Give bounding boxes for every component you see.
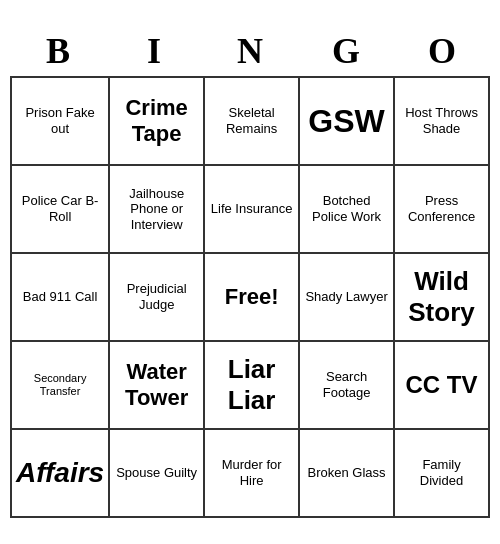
- header-letter-N: N: [202, 26, 298, 76]
- bingo-cell-24: Family Divided: [395, 430, 490, 518]
- cell-text-24: Family Divided: [399, 457, 484, 488]
- bingo-cell-18: Search Footage: [300, 342, 395, 430]
- cell-text-18: Search Footage: [304, 369, 389, 400]
- cell-text-4: Host Throws Shade: [399, 105, 484, 136]
- cell-text-12: Free!: [225, 284, 279, 310]
- cell-text-8: Botched Police Work: [304, 193, 389, 224]
- bingo-cell-2: Skeletal Remains: [205, 78, 300, 166]
- bingo-cell-22: Murder for Hire: [205, 430, 300, 518]
- bingo-cell-19: CC TV: [395, 342, 490, 430]
- cell-text-21: Spouse Guilty: [116, 465, 197, 481]
- cell-text-15: Secondary Transfer: [16, 372, 104, 398]
- header-letter-G: G: [298, 26, 394, 76]
- cell-text-10: Bad 911 Call: [23, 289, 97, 305]
- bingo-cell-7: Life Insurance: [205, 166, 300, 254]
- cell-text-5: Police Car B-Roll: [16, 193, 104, 224]
- bingo-grid: Prison Fake outCrime TapeSkeletal Remain…: [10, 76, 490, 518]
- cell-text-22: Murder for Hire: [209, 457, 294, 488]
- bingo-cell-1: Crime Tape: [110, 78, 205, 166]
- cell-text-23: Broken Glass: [308, 465, 386, 481]
- bingo-cell-21: Spouse Guilty: [110, 430, 205, 518]
- bingo-cell-17: Liar Liar: [205, 342, 300, 430]
- cell-text-11: Prejudicial Judge: [114, 281, 199, 312]
- cell-text-17: Liar Liar: [209, 354, 294, 416]
- header-letter-I: I: [106, 26, 202, 76]
- bingo-cell-0: Prison Fake out: [12, 78, 110, 166]
- cell-text-16: Water Tower: [114, 359, 199, 412]
- cell-text-7: Life Insurance: [211, 201, 293, 217]
- bingo-cell-14: Wild Story: [395, 254, 490, 342]
- bingo-header: BINGO: [10, 26, 490, 76]
- bingo-cell-8: Botched Police Work: [300, 166, 395, 254]
- bingo-cell-11: Prejudicial Judge: [110, 254, 205, 342]
- bingo-cell-6: Jailhouse Phone or Interview: [110, 166, 205, 254]
- header-letter-O: O: [394, 26, 490, 76]
- bingo-cell-20: Affairs: [12, 430, 110, 518]
- bingo-cell-13: Shady Lawyer: [300, 254, 395, 342]
- bingo-cell-4: Host Throws Shade: [395, 78, 490, 166]
- header-letter-B: B: [10, 26, 106, 76]
- bingo-cell-9: Press Conference: [395, 166, 490, 254]
- cell-text-19: CC TV: [406, 371, 478, 400]
- bingo-cell-12: Free!: [205, 254, 300, 342]
- bingo-cell-15: Secondary Transfer: [12, 342, 110, 430]
- cell-text-20: Affairs: [16, 456, 104, 490]
- cell-text-3: GSW: [308, 102, 384, 140]
- cell-text-1: Crime Tape: [114, 95, 199, 148]
- cell-text-6: Jailhouse Phone or Interview: [114, 186, 199, 233]
- bingo-cell-10: Bad 911 Call: [12, 254, 110, 342]
- cell-text-14: Wild Story: [399, 266, 484, 328]
- cell-text-9: Press Conference: [399, 193, 484, 224]
- cell-text-0: Prison Fake out: [16, 105, 104, 136]
- bingo-cell-16: Water Tower: [110, 342, 205, 430]
- bingo-cell-3: GSW: [300, 78, 395, 166]
- bingo-card: BINGO Prison Fake outCrime TapeSkeletal …: [10, 26, 490, 518]
- bingo-cell-5: Police Car B-Roll: [12, 166, 110, 254]
- cell-text-13: Shady Lawyer: [305, 289, 387, 305]
- cell-text-2: Skeletal Remains: [209, 105, 294, 136]
- bingo-cell-23: Broken Glass: [300, 430, 395, 518]
